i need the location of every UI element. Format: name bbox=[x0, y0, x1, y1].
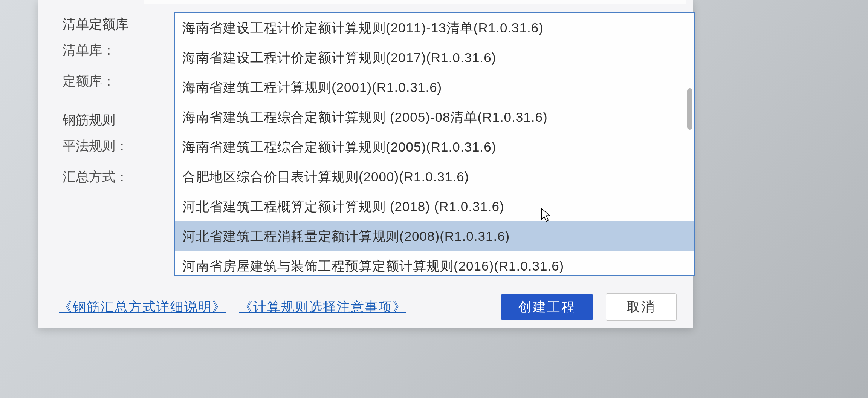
dropdown-option[interactable]: 海南省建筑工程综合定额计算规则 (2005)-08清单(R1.0.31.6) bbox=[175, 102, 694, 132]
dropdown-option[interactable]: 海南省建筑工程计算规则(2001)(R1.0.31.6) bbox=[175, 72, 694, 102]
dropdown-option-highlighted[interactable]: 河北省建筑工程消耗量定额计算规则(2008)(R1.0.31.6) bbox=[175, 221, 694, 251]
rule-dropdown-panel: 海南省建设工程计价定额计算规则(2011)-13清单(R1.0.31.6) 海南… bbox=[174, 12, 695, 276]
dropdown-option[interactable]: 海南省建筑工程综合定额计算规则(2005)(R1.0.31.6) bbox=[175, 132, 694, 162]
quota-lib-label: 定额库： bbox=[59, 72, 145, 90]
dropdown-option[interactable]: 河北省建筑工程概算定额计算规则 (2018) (R1.0.31.6) bbox=[175, 191, 694, 221]
calc-rule-notes-link[interactable]: 《计算规则选择注意事项》 bbox=[239, 298, 406, 316]
top-combo-field[interactable] bbox=[144, 0, 686, 4]
footer-bar: 《钢筋汇总方式详细说明》 《计算规则选择注意事项》 创建工程 取消 bbox=[59, 293, 677, 321]
list-lib-label: 清单库： bbox=[59, 41, 145, 59]
summary-mode-label: 汇总方式： bbox=[59, 168, 145, 186]
dropdown-option[interactable]: 河南省房屋建筑与装饰工程预算定额计算规则(2016)(R1.0.31.6) bbox=[175, 251, 694, 276]
dropdown-option[interactable]: 合肥地区综合价目表计算规则(2000)(R1.0.31.6) bbox=[175, 162, 694, 191]
dropdown-option[interactable]: 海南省建设工程计价定额计算规则(2017)(R1.0.31.6) bbox=[175, 43, 694, 72]
dropdown-option[interactable]: 海南省建设工程计价定额计算规则(2011)-13清单(R1.0.31.6) bbox=[175, 13, 694, 43]
flat-rule-label: 平法规则： bbox=[59, 137, 145, 155]
cancel-button[interactable]: 取消 bbox=[606, 293, 677, 321]
create-project-button[interactable]: 创建工程 bbox=[501, 294, 593, 320]
rebar-summary-link[interactable]: 《钢筋汇总方式详细说明》 bbox=[59, 298, 226, 316]
dropdown-scrollbar[interactable] bbox=[687, 88, 692, 130]
